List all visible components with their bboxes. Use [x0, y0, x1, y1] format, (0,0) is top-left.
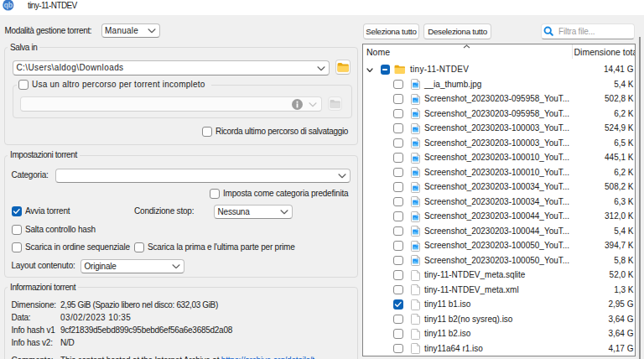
- svg-text:qb: qb: [3, 1, 13, 9]
